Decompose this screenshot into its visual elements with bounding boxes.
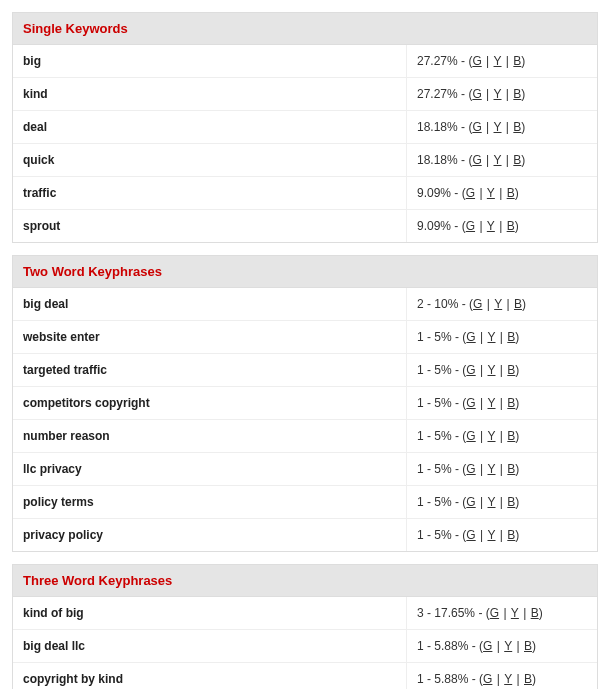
paren-close: ) [515,219,519,233]
separator: - [452,495,463,509]
paren-close: ) [515,396,519,410]
pipe-separator: | [492,672,504,686]
search-link-g[interactable]: G [473,297,482,311]
pipe-separator: | [502,87,514,101]
search-link-g[interactable]: G [466,396,475,410]
stats-cell: 1 - 5% - (G | Y | B) [407,387,597,419]
section-header: Single Keywords [13,13,597,45]
search-link-b[interactable]: B [507,186,515,200]
pipe-separator: | [495,186,507,200]
paren-close: ) [522,297,526,311]
search-link-g[interactable]: G [472,120,481,134]
separator: - [452,528,463,542]
stats-cell: 2 - 10% - (G | Y | B) [407,288,597,320]
search-link-y[interactable]: Y [488,462,496,476]
stats-cell: 1 - 5% - (G | Y | B) [407,321,597,353]
keyword-cell: big [13,45,407,77]
search-link-y[interactable]: Y [488,495,496,509]
keyword-cell: big deal [13,288,407,320]
search-link-b[interactable]: B [524,639,532,653]
pipe-separator: | [476,363,488,377]
search-link-y[interactable]: Y [488,330,496,344]
pipe-separator: | [482,87,494,101]
stat-value: 1 - 5% [417,396,452,410]
stat-value: 1 - 5.88% [417,672,468,686]
section-header: Two Word Keyphrases [13,256,597,288]
table-row: llc privacy1 - 5% - (G | Y | B) [13,453,597,486]
search-link-y[interactable]: Y [494,87,502,101]
stats-cell: 9.09% - (G | Y | B) [407,177,597,209]
separator: - [451,186,462,200]
paren-close: ) [521,120,525,134]
search-link-g[interactable]: G [466,429,475,443]
keyword-cell: website enter [13,321,407,353]
paren-close: ) [515,363,519,377]
search-link-g[interactable]: G [490,606,499,620]
table-row: big deal llc1 - 5.88% - (G | Y | B) [13,630,597,663]
search-link-g[interactable]: G [466,462,475,476]
search-link-y[interactable]: Y [487,186,495,200]
pipe-separator: | [476,429,488,443]
separator: - [468,639,479,653]
search-link-y[interactable]: Y [494,54,502,68]
search-link-y[interactable]: Y [487,219,495,233]
stats-cell: 1 - 5% - (G | Y | B) [407,420,597,452]
search-link-g[interactable]: G [466,495,475,509]
search-link-g[interactable]: G [472,54,481,68]
stat-value: 27.27% [417,54,458,68]
pipe-separator: | [476,462,488,476]
pipe-separator: | [502,120,514,134]
search-link-y[interactable]: Y [488,429,496,443]
stat-value: 18.18% [417,153,458,167]
stat-value: 2 - 10% [417,297,458,311]
pipe-separator: | [492,639,504,653]
pipe-separator: | [475,186,487,200]
search-link-g[interactable]: G [472,87,481,101]
search-link-y[interactable]: Y [488,528,496,542]
search-link-g[interactable]: G [466,330,475,344]
search-link-y[interactable]: Y [494,153,502,167]
search-link-g[interactable]: G [483,672,492,686]
search-link-b[interactable]: B [531,606,539,620]
keyword-cell: llc privacy [13,453,407,485]
keyword-cell: traffic [13,177,407,209]
keyword-cell: sprout [13,210,407,242]
search-link-y[interactable]: Y [511,606,519,620]
search-link-y[interactable]: Y [504,672,512,686]
search-link-b[interactable]: B [514,297,522,311]
pipe-separator: | [496,363,508,377]
pipe-separator: | [496,462,508,476]
search-link-y[interactable]: Y [488,396,496,410]
paren-close: ) [532,672,536,686]
stat-value: 1 - 5% [417,363,452,377]
paren-close: ) [539,606,543,620]
pipe-separator: | [476,495,488,509]
search-link-g[interactable]: G [466,186,475,200]
pipe-separator: | [496,429,508,443]
pipe-separator: | [475,219,487,233]
search-link-g[interactable]: G [472,153,481,167]
paren-close: ) [515,429,519,443]
stats-cell: 18.18% - (G | Y | B) [407,144,597,176]
table-row: deal18.18% - (G | Y | B) [13,111,597,144]
stat-value: 1 - 5% [417,495,452,509]
table-row: competitors copyright1 - 5% - (G | Y | B… [13,387,597,420]
search-link-y[interactable]: Y [488,363,496,377]
search-link-y[interactable]: Y [494,297,502,311]
search-link-b[interactable]: B [524,672,532,686]
search-link-g[interactable]: G [466,528,475,542]
separator: - [452,363,463,377]
search-link-y[interactable]: Y [494,120,502,134]
search-link-y[interactable]: Y [504,639,512,653]
keyword-cell: copyright by kind [13,663,407,689]
pipe-separator: | [496,528,508,542]
table-row: kind of big3 - 17.65% - (G | Y | B) [13,597,597,630]
stat-value: 1 - 5% [417,429,452,443]
search-link-g[interactable]: G [466,219,475,233]
stats-cell: 1 - 5% - (G | Y | B) [407,453,597,485]
search-link-g[interactable]: G [466,363,475,377]
pipe-separator: | [482,297,494,311]
search-link-g[interactable]: G [483,639,492,653]
search-link-b[interactable]: B [507,219,515,233]
stat-value: 1 - 5% [417,330,452,344]
